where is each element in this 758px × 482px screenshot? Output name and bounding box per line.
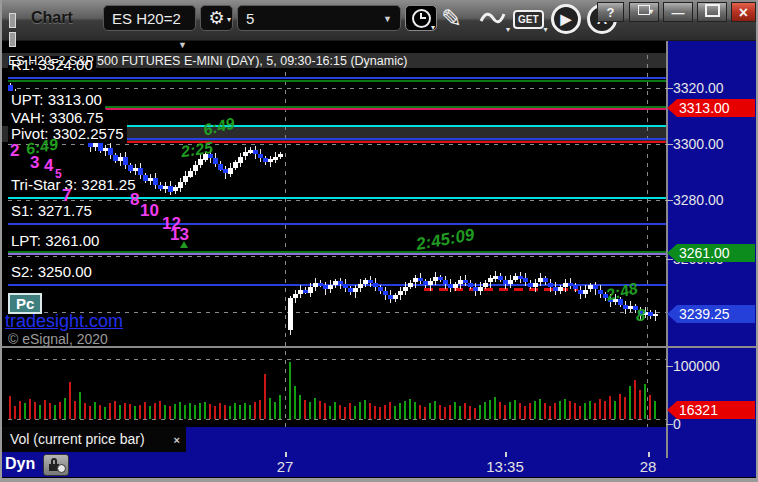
volume-bar (514, 400, 516, 419)
volume-bar (239, 405, 241, 419)
maximize-icon (705, 4, 720, 17)
restore-popup-button[interactable] (629, 2, 659, 22)
volume-axis-label: 100000 (673, 358, 720, 374)
lock-clock-icon (57, 464, 66, 473)
time-axis-tick (648, 452, 650, 457)
candle (328, 285, 333, 289)
candle (533, 283, 538, 287)
volume-bar (54, 405, 56, 419)
volume-axis-tag: 16321 (667, 401, 755, 419)
time-axis-panel[interactable] (186, 427, 758, 477)
volume-bar (524, 406, 526, 419)
volume-bar (49, 403, 51, 419)
volume-bar (264, 374, 266, 419)
volume-bar (374, 406, 376, 419)
draw-pencil-button[interactable]: ✎ (441, 4, 462, 33)
volume-bar (279, 395, 281, 419)
volume-bar (104, 407, 106, 419)
sequence-count-mark: 8 (130, 190, 139, 210)
candle (278, 154, 283, 157)
volume-bar (449, 405, 451, 419)
volume-study-label: Vol (current price bar) × (2, 427, 186, 452)
time-axis-label[interactable]: 27 (277, 458, 294, 475)
minimize-button[interactable]: — (663, 2, 693, 22)
candle (193, 165, 198, 171)
up-arrow-marker (180, 241, 188, 248)
volume-bar (399, 403, 401, 419)
volume-bar (549, 406, 551, 419)
time-axis-label[interactable]: 28 (640, 458, 657, 475)
axis-separator-vertical (666, 40, 668, 458)
volume-bar (634, 380, 636, 419)
price-axis-tick (666, 144, 673, 145)
volume-bar (214, 406, 216, 419)
volume-bar (654, 401, 656, 419)
volume-bar (454, 402, 456, 419)
volume-bar (534, 401, 536, 419)
chevron-down-icon: ▾ (506, 25, 510, 34)
interval-combo[interactable]: 5▼ (237, 5, 401, 31)
volume-bar (244, 403, 246, 419)
volume-bar (199, 403, 201, 419)
price-level-label: LPT: 3261.00 (8, 232, 102, 250)
candle (558, 287, 563, 291)
time-interval-button[interactable]: ▾ (405, 5, 437, 31)
tradesight-link[interactable]: tradesight.com (5, 311, 123, 332)
volume-bar (649, 395, 651, 419)
vol-gridline (8, 419, 666, 420)
chevron-down-icon: ▾ (431, 23, 435, 32)
volume-bar (499, 402, 501, 419)
volume-bar (404, 401, 406, 419)
price-axis-label: 3280.00 (673, 192, 724, 208)
volume-bar (484, 402, 486, 419)
candle (308, 287, 313, 293)
volume-bar (24, 403, 26, 419)
close-button[interactable]: × (731, 2, 756, 22)
trendline-tools-button[interactable]: ▾ (476, 6, 508, 32)
chart-window-icon (9, 13, 25, 27)
volume-bar (139, 405, 141, 419)
clock-icon (412, 9, 431, 28)
time-lock-button[interactable] (43, 454, 69, 476)
time-axis-label[interactable]: 13:35 (486, 458, 524, 475)
candle (408, 283, 413, 287)
volume-bar (509, 402, 511, 419)
play-button[interactable]: ▶ (551, 4, 581, 34)
volume-bar (339, 405, 341, 419)
volume-bar (184, 405, 186, 419)
window-frame-left (0, 0, 2, 482)
candle (508, 280, 513, 284)
volume-bar (269, 398, 271, 419)
candle (228, 168, 233, 174)
volume-bar (289, 362, 291, 419)
volume-bar (259, 400, 261, 419)
volume-bar (64, 398, 66, 419)
volume-bar (319, 401, 321, 419)
volume-bar (164, 405, 166, 419)
get-data-button[interactable]: GET ▾ (513, 9, 544, 27)
volume-bar (254, 402, 256, 419)
gear-icon: ⚙ (208, 8, 224, 28)
price-axis-tick (666, 259, 673, 260)
symbol-value: ES H20=2 (112, 10, 181, 27)
volume-bar (174, 404, 176, 419)
volume-bar (329, 406, 331, 419)
volume-bar (469, 406, 471, 419)
settings-gear-button[interactable]: ⚙▾ (200, 5, 233, 31)
volume-bar (114, 401, 116, 419)
symbol-combo[interactable]: ES H20=2▼ (103, 5, 196, 31)
volume-bar (304, 400, 306, 419)
popup-window-icon (638, 5, 650, 15)
volume-bar (39, 405, 41, 419)
help-button[interactable]: ? (597, 2, 624, 22)
price-level-line (8, 108, 666, 110)
volume-bar (459, 406, 461, 419)
window-frame-bottom[interactable] (0, 478, 758, 482)
price-axis-label: 3320.00 (673, 80, 724, 96)
maximize-button[interactable] (697, 2, 727, 22)
close-study-icon[interactable]: × (174, 428, 180, 453)
sequence-count-mark: 5 (55, 167, 62, 181)
volume-bar (154, 403, 156, 419)
price-axis-tag: 3261.00 (667, 244, 755, 262)
volume-bar (629, 386, 631, 419)
